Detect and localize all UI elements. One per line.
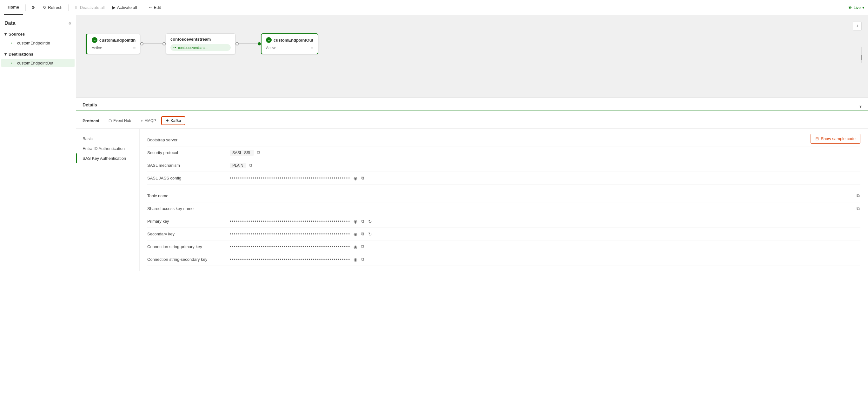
copy-conn-secondary-button[interactable]: ⧉ bbox=[361, 256, 365, 263]
eye-secondary-key-button[interactable]: ◉ bbox=[353, 231, 358, 237]
sources-header[interactable]: ▾ Sources bbox=[0, 30, 76, 38]
eye-primary-key-button[interactable]: ◉ bbox=[353, 218, 358, 225]
copy-sasl-mechanism-button[interactable]: ⧉ bbox=[248, 162, 253, 169]
destination-node-menu-icon[interactable]: ≡ bbox=[311, 46, 313, 51]
edit-icon: ✏ bbox=[149, 5, 152, 10]
nav-item-entra-id[interactable]: Entra ID Authentication bbox=[76, 144, 139, 153]
field-row-bootstrap: Bootstrap server ⧉ bbox=[147, 134, 860, 146]
field-label-secondary-key: Secondary key bbox=[147, 232, 230, 236]
proto-tab-eventhub[interactable]: ⬡ Event Hub bbox=[104, 116, 135, 125]
gear-button[interactable]: ⚙ bbox=[28, 3, 38, 11]
copy-sasl-jass-button[interactable]: ⧉ bbox=[361, 175, 365, 181]
copy-conn-primary-button[interactable]: ⧉ bbox=[361, 243, 365, 250]
amqp-icon: ⟡ bbox=[141, 118, 143, 123]
source-node-icon: ← bbox=[92, 37, 97, 43]
live-badge: 👁 Live ▾ bbox=[848, 5, 864, 10]
details-collapse-button[interactable]: ▾ bbox=[860, 104, 862, 109]
sidebar-collapse-button[interactable]: « bbox=[68, 20, 71, 26]
source-node-status: Active bbox=[92, 46, 102, 50]
stream-chip: 〜 contosoeventstra... bbox=[170, 44, 231, 51]
tab-home[interactable]: Home bbox=[4, 0, 23, 15]
field-value-sasl-mechanism: PLAIN ⧉ bbox=[230, 162, 860, 169]
show-sample-code-button[interactable]: ⊞ Show sample code bbox=[811, 134, 860, 144]
edit-button[interactable]: ✏ Edit bbox=[146, 3, 164, 11]
canvas-scrollbar[interactable] bbox=[860, 47, 863, 66]
chevron-down-icon[interactable]: ▾ bbox=[862, 5, 864, 10]
conn-primary-masked: ••••••••••••••••••••••••••••••••••••••••… bbox=[230, 244, 350, 249]
sidebar-title: Data bbox=[4, 20, 16, 26]
field-label-shared-key-name: Shared access key name bbox=[147, 206, 230, 211]
source-node: ← customEndpointIn Active ≡ bbox=[86, 34, 140, 54]
eye-sasl-jass-button[interactable]: ◉ bbox=[353, 175, 358, 181]
field-label-topic: Topic name bbox=[147, 194, 230, 198]
sidebar-header: Data « bbox=[0, 15, 76, 29]
chevron-down-icon: ▾ bbox=[4, 32, 7, 36]
node-icon: ← bbox=[10, 40, 14, 46]
gear-icon: ⚙ bbox=[31, 5, 35, 10]
connector-line-1 bbox=[144, 44, 162, 44]
eye-conn-secondary-button[interactable]: ◉ bbox=[353, 256, 358, 263]
protocol-section: Protocol: ⬡ Event Hub ⟡ AMQP ✦ Kafka bbox=[76, 111, 868, 129]
destinations-header[interactable]: ▾ Destinations bbox=[0, 50, 76, 58]
field-row-topic: Topic name ⧉ bbox=[147, 190, 860, 202]
copy-security-protocol-button[interactable]: ⧉ bbox=[256, 149, 261, 156]
eventhub-icon: ⬡ bbox=[108, 118, 112, 123]
refresh-icon: ↻ bbox=[43, 5, 46, 10]
connector-1 bbox=[140, 42, 166, 46]
destination-node: ← customEndpointOut Active ≡ bbox=[261, 33, 318, 54]
field-row-security-protocol: Security protocol SASL_SSL ⧉ bbox=[147, 146, 860, 159]
eye-conn-primary-button[interactable]: ◉ bbox=[353, 244, 358, 250]
connector-dot-2 bbox=[162, 42, 166, 46]
canvas-area: + ← customEndpointIn Active ≡ bbox=[76, 15, 868, 98]
field-row-shared-key-name: Shared access key name ⧉ bbox=[147, 202, 860, 215]
toolbar-separator bbox=[25, 4, 26, 11]
field-value-bootstrap: ⧉ bbox=[230, 137, 860, 143]
refresh-primary-key-button[interactable]: ↻ bbox=[368, 218, 373, 225]
details-header: Details ▾ bbox=[76, 98, 868, 111]
flow-container: ← customEndpointIn Active ≡ bbox=[86, 25, 859, 63]
sidebar-item-customendpointout[interactable]: ← customEndpointOut bbox=[1, 59, 74, 67]
details-right: ⊞ Show sample code Bootstrap server ⧉ Se… bbox=[140, 129, 868, 271]
proto-tab-kafka[interactable]: ✦ Kafka bbox=[161, 116, 185, 125]
scrollbar-track bbox=[861, 47, 862, 63]
conn-secondary-masked: ••••••••••••••••••••••••••••••••••••••••… bbox=[230, 257, 350, 262]
field-label-bootstrap: Bootstrap server bbox=[147, 138, 230, 142]
field-label-conn-secondary: Connection string-secondary key bbox=[147, 257, 230, 262]
copy-primary-key-button[interactable]: ⧉ bbox=[361, 218, 365, 225]
security-protocol-badge: SASL_SSL bbox=[230, 150, 254, 156]
stop-icon: ⏸ bbox=[74, 5, 79, 10]
destination-node-name: customEndpointOut bbox=[274, 38, 313, 42]
connector-line-2 bbox=[239, 44, 258, 44]
copy-secondary-key-button[interactable]: ⧉ bbox=[361, 231, 365, 237]
stream-node: contosoeventstream 〜 contosoeventstra... bbox=[166, 33, 236, 54]
source-node-name: customEndpointIn bbox=[99, 38, 135, 42]
chevron-down-icon-2: ▾ bbox=[4, 52, 7, 57]
field-value-shared-key-name: ⧉ bbox=[230, 205, 860, 212]
details-content: Basic Entra ID Authentication SAS Key Au… bbox=[76, 129, 868, 271]
kafka-icon: ✦ bbox=[166, 118, 169, 123]
field-label-sasl-mechanism: SASL mechanism bbox=[147, 163, 230, 168]
copy-shared-key-name-button[interactable]: ⧉ bbox=[856, 205, 860, 212]
zoom-in-button[interactable]: + bbox=[853, 22, 862, 30]
source-node-header: ← customEndpointIn bbox=[92, 37, 135, 43]
nav-item-sas-key[interactable]: SAS Key Authentication bbox=[76, 153, 139, 163]
field-row-primary-key: Primary key ••••••••••••••••••••••••••••… bbox=[147, 215, 860, 228]
source-node-menu-icon[interactable]: ≡ bbox=[133, 46, 135, 51]
destination-node-icon: ← bbox=[266, 37, 272, 43]
nav-item-basic[interactable]: Basic bbox=[76, 134, 139, 144]
live-icon: 👁 bbox=[848, 5, 852, 10]
deactivate-all-button[interactable]: ⏸ Deactivate all bbox=[71, 3, 108, 11]
proto-tab-amqp[interactable]: ⟡ AMQP bbox=[136, 116, 160, 125]
toolbar-separator-3 bbox=[143, 4, 143, 11]
destination-node-header: ← customEndpointOut bbox=[266, 37, 313, 43]
sidebar-item-customendpointin[interactable]: ← customEndpointIn bbox=[1, 39, 74, 47]
field-value-conn-secondary: ••••••••••••••••••••••••••••••••••••••••… bbox=[230, 256, 860, 263]
refresh-secondary-key-button[interactable]: ↻ bbox=[368, 231, 373, 237]
field-value-sasl-jass: ••••••••••••••••••••••••••••••••••••••••… bbox=[230, 175, 860, 181]
copy-topic-button[interactable]: ⧉ bbox=[856, 193, 860, 199]
stream-icon: 〜 bbox=[173, 45, 177, 50]
secondary-key-masked: ••••••••••••••••••••••••••••••••••••••••… bbox=[230, 232, 350, 236]
activate-all-button[interactable]: ▶ Activate all bbox=[109, 3, 140, 11]
refresh-button[interactable]: ↻ Refresh bbox=[40, 3, 66, 11]
field-label-sasl-jass: SASL JASS config bbox=[147, 176, 230, 180]
